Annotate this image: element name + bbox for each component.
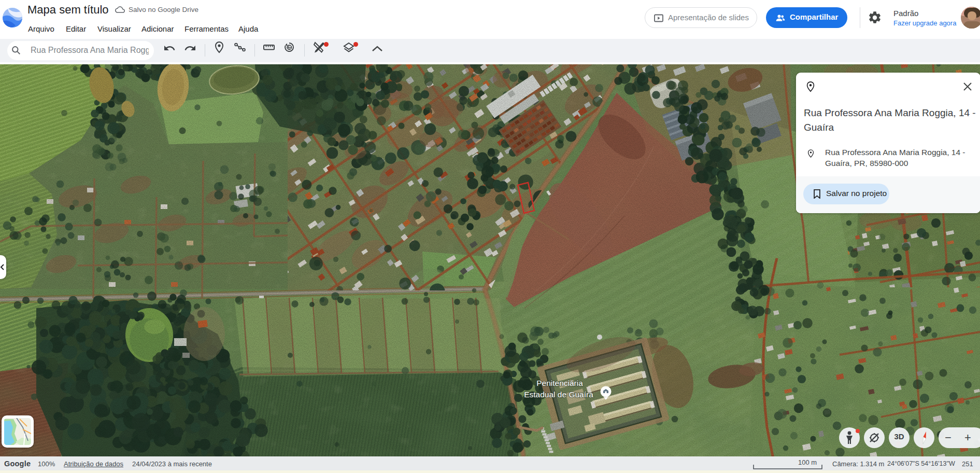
svg-text:Penitenciária: Penitenciária — [536, 379, 583, 387]
svg-text:Estadual de Guaíra: Estadual de Guaíra — [524, 390, 593, 399]
